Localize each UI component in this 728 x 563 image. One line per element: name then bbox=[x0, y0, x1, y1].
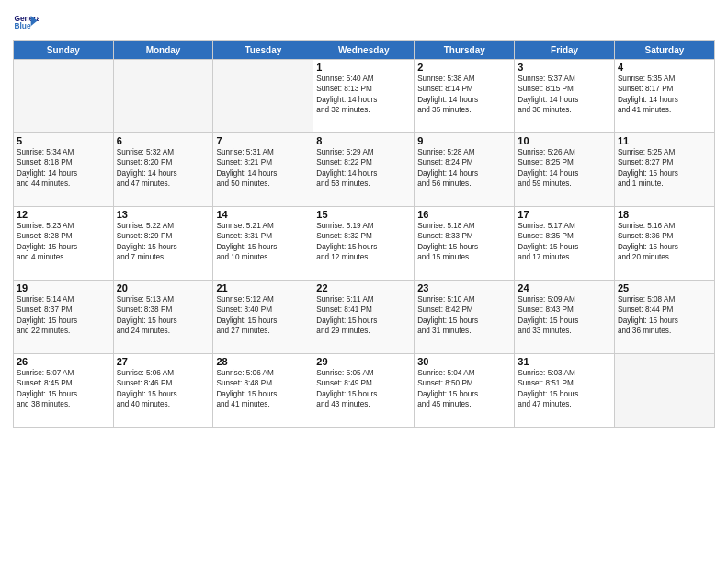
day-number: 25 bbox=[618, 282, 711, 293]
calendar-cell: 8Sunrise: 5:29 AM Sunset: 8:22 PM Daylig… bbox=[313, 133, 415, 207]
logo: General Blue bbox=[13, 9, 39, 35]
day-number: 20 bbox=[117, 282, 210, 293]
day-number: 3 bbox=[518, 62, 611, 73]
day-info: Sunrise: 5:07 AM Sunset: 8:45 PM Dayligh… bbox=[17, 368, 110, 410]
weekday-header-monday: Monday bbox=[113, 41, 213, 60]
day-info: Sunrise: 5:16 AM Sunset: 8:36 PM Dayligh… bbox=[618, 221, 711, 263]
calendar-cell: 5Sunrise: 5:34 AM Sunset: 8:18 PM Daylig… bbox=[14, 133, 114, 207]
weekday-header-tuesday: Tuesday bbox=[213, 41, 313, 60]
day-number: 1 bbox=[316, 62, 411, 73]
day-number: 23 bbox=[417, 282, 511, 293]
day-number: 9 bbox=[417, 135, 511, 146]
day-info: Sunrise: 5:09 AM Sunset: 8:43 PM Dayligh… bbox=[518, 294, 611, 337]
day-number: 21 bbox=[216, 282, 310, 293]
calendar-cell: 3Sunrise: 5:37 AM Sunset: 8:15 PM Daylig… bbox=[515, 60, 615, 133]
day-info: Sunrise: 5:10 AM Sunset: 8:42 PM Dayligh… bbox=[417, 294, 511, 337]
day-info: Sunrise: 5:11 AM Sunset: 8:41 PM Dayligh… bbox=[316, 294, 411, 337]
calendar-table: SundayMondayTuesdayWednesdayThursdayFrid… bbox=[13, 40, 715, 428]
day-info: Sunrise: 5:14 AM Sunset: 8:37 PM Dayligh… bbox=[17, 294, 110, 337]
calendar-cell bbox=[213, 60, 313, 133]
day-info: Sunrise: 5:34 AM Sunset: 8:18 PM Dayligh… bbox=[17, 147, 110, 190]
page: General Blue SundayMondayTuesdayWednesda… bbox=[0, 0, 728, 563]
weekday-header-sunday: Sunday bbox=[14, 41, 114, 60]
day-number: 16 bbox=[417, 209, 511, 220]
calendar-cell: 10Sunrise: 5:26 AM Sunset: 8:25 PM Dayli… bbox=[515, 133, 615, 207]
calendar-cell: 17Sunrise: 5:17 AM Sunset: 8:35 PM Dayli… bbox=[515, 207, 615, 281]
weekday-header-thursday: Thursday bbox=[415, 41, 515, 60]
day-info: Sunrise: 5:03 AM Sunset: 8:51 PM Dayligh… bbox=[518, 368, 611, 410]
calendar-cell: 21Sunrise: 5:12 AM Sunset: 8:40 PM Dayli… bbox=[213, 281, 313, 354]
weekday-header-saturday: Saturday bbox=[614, 41, 714, 60]
day-info: Sunrise: 5:06 AM Sunset: 8:48 PM Dayligh… bbox=[216, 368, 310, 410]
day-info: Sunrise: 5:21 AM Sunset: 8:31 PM Dayligh… bbox=[216, 221, 310, 263]
day-info: Sunrise: 5:31 AM Sunset: 8:21 PM Dayligh… bbox=[216, 147, 310, 190]
day-number: 14 bbox=[216, 209, 310, 220]
day-number: 4 bbox=[618, 62, 711, 73]
calendar-cell: 7Sunrise: 5:31 AM Sunset: 8:21 PM Daylig… bbox=[213, 133, 313, 207]
calendar-cell bbox=[614, 354, 714, 428]
day-number: 29 bbox=[316, 356, 411, 367]
day-number: 6 bbox=[117, 135, 210, 146]
day-info: Sunrise: 5:12 AM Sunset: 8:40 PM Dayligh… bbox=[216, 294, 310, 337]
day-number: 7 bbox=[216, 135, 310, 146]
calendar-cell: 19Sunrise: 5:14 AM Sunset: 8:37 PM Dayli… bbox=[14, 281, 114, 354]
calendar-cell bbox=[113, 60, 213, 133]
day-info: Sunrise: 5:06 AM Sunset: 8:46 PM Dayligh… bbox=[117, 368, 210, 410]
weekday-header-wednesday: Wednesday bbox=[313, 41, 415, 60]
day-info: Sunrise: 5:23 AM Sunset: 8:28 PM Dayligh… bbox=[17, 221, 110, 263]
calendar-cell: 9Sunrise: 5:28 AM Sunset: 8:24 PM Daylig… bbox=[415, 133, 515, 207]
day-number: 8 bbox=[316, 135, 411, 146]
calendar-cell: 29Sunrise: 5:05 AM Sunset: 8:49 PM Dayli… bbox=[313, 354, 415, 428]
day-info: Sunrise: 5:04 AM Sunset: 8:50 PM Dayligh… bbox=[417, 368, 511, 410]
day-info: Sunrise: 5:28 AM Sunset: 8:24 PM Dayligh… bbox=[417, 147, 511, 190]
week-row-2: 12Sunrise: 5:23 AM Sunset: 8:28 PM Dayli… bbox=[14, 207, 715, 281]
day-info: Sunrise: 5:22 AM Sunset: 8:29 PM Dayligh… bbox=[117, 221, 210, 263]
calendar-cell bbox=[14, 60, 114, 133]
day-info: Sunrise: 5:38 AM Sunset: 8:14 PM Dayligh… bbox=[417, 74, 511, 116]
weekday-header-row: SundayMondayTuesdayWednesdayThursdayFrid… bbox=[14, 41, 715, 60]
calendar-cell: 20Sunrise: 5:13 AM Sunset: 8:38 PM Dayli… bbox=[113, 281, 213, 354]
calendar-cell: 15Sunrise: 5:19 AM Sunset: 8:32 PM Dayli… bbox=[313, 207, 415, 281]
calendar-cell: 31Sunrise: 5:03 AM Sunset: 8:51 PM Dayli… bbox=[515, 354, 615, 428]
day-number: 11 bbox=[618, 135, 711, 146]
day-number: 28 bbox=[216, 356, 310, 367]
calendar-cell: 11Sunrise: 5:25 AM Sunset: 8:27 PM Dayli… bbox=[614, 133, 714, 207]
week-row-3: 19Sunrise: 5:14 AM Sunset: 8:37 PM Dayli… bbox=[14, 281, 715, 354]
day-number: 5 bbox=[17, 135, 110, 146]
calendar-cell: 12Sunrise: 5:23 AM Sunset: 8:28 PM Dayli… bbox=[14, 207, 114, 281]
day-info: Sunrise: 5:29 AM Sunset: 8:22 PM Dayligh… bbox=[316, 147, 411, 190]
calendar-cell: 30Sunrise: 5:04 AM Sunset: 8:50 PM Dayli… bbox=[415, 354, 515, 428]
header: General Blue bbox=[13, 9, 715, 35]
calendar-cell: 16Sunrise: 5:18 AM Sunset: 8:33 PM Dayli… bbox=[415, 207, 515, 281]
day-number: 22 bbox=[316, 282, 411, 293]
day-number: 17 bbox=[518, 209, 611, 220]
day-info: Sunrise: 5:32 AM Sunset: 8:20 PM Dayligh… bbox=[117, 147, 210, 190]
day-info: Sunrise: 5:13 AM Sunset: 8:38 PM Dayligh… bbox=[117, 294, 210, 337]
calendar-cell: 6Sunrise: 5:32 AM Sunset: 8:20 PM Daylig… bbox=[113, 133, 213, 207]
calendar-cell: 25Sunrise: 5:08 AM Sunset: 8:44 PM Dayli… bbox=[614, 281, 714, 354]
day-info: Sunrise: 5:08 AM Sunset: 8:44 PM Dayligh… bbox=[618, 294, 711, 337]
calendar-cell: 28Sunrise: 5:06 AM Sunset: 8:48 PM Dayli… bbox=[213, 354, 313, 428]
calendar-cell: 1Sunrise: 5:40 AM Sunset: 8:13 PM Daylig… bbox=[313, 60, 415, 133]
calendar-cell: 18Sunrise: 5:16 AM Sunset: 8:36 PM Dayli… bbox=[614, 207, 714, 281]
day-number: 24 bbox=[518, 282, 611, 293]
day-number: 30 bbox=[417, 356, 511, 367]
svg-text:Blue: Blue bbox=[14, 21, 30, 30]
calendar-cell: 26Sunrise: 5:07 AM Sunset: 8:45 PM Dayli… bbox=[14, 354, 114, 428]
day-info: Sunrise: 5:37 AM Sunset: 8:15 PM Dayligh… bbox=[518, 74, 611, 116]
day-info: Sunrise: 5:19 AM Sunset: 8:32 PM Dayligh… bbox=[316, 221, 411, 263]
day-number: 18 bbox=[618, 209, 711, 220]
calendar-cell: 14Sunrise: 5:21 AM Sunset: 8:31 PM Dayli… bbox=[213, 207, 313, 281]
generalblue-logo-icon: General Blue bbox=[13, 9, 39, 35]
day-number: 26 bbox=[17, 356, 110, 367]
calendar-cell: 4Sunrise: 5:35 AM Sunset: 8:17 PM Daylig… bbox=[614, 60, 714, 133]
day-info: Sunrise: 5:35 AM Sunset: 8:17 PM Dayligh… bbox=[618, 74, 711, 116]
day-info: Sunrise: 5:17 AM Sunset: 8:35 PM Dayligh… bbox=[518, 221, 611, 263]
day-info: Sunrise: 5:05 AM Sunset: 8:49 PM Dayligh… bbox=[316, 368, 411, 410]
calendar-cell: 2Sunrise: 5:38 AM Sunset: 8:14 PM Daylig… bbox=[415, 60, 515, 133]
calendar-cell: 24Sunrise: 5:09 AM Sunset: 8:43 PM Dayli… bbox=[515, 281, 615, 354]
week-row-1: 5Sunrise: 5:34 AM Sunset: 8:18 PM Daylig… bbox=[14, 133, 715, 207]
week-row-0: 1Sunrise: 5:40 AM Sunset: 8:13 PM Daylig… bbox=[14, 60, 715, 133]
day-number: 15 bbox=[316, 209, 411, 220]
day-info: Sunrise: 5:25 AM Sunset: 8:27 PM Dayligh… bbox=[618, 147, 711, 190]
